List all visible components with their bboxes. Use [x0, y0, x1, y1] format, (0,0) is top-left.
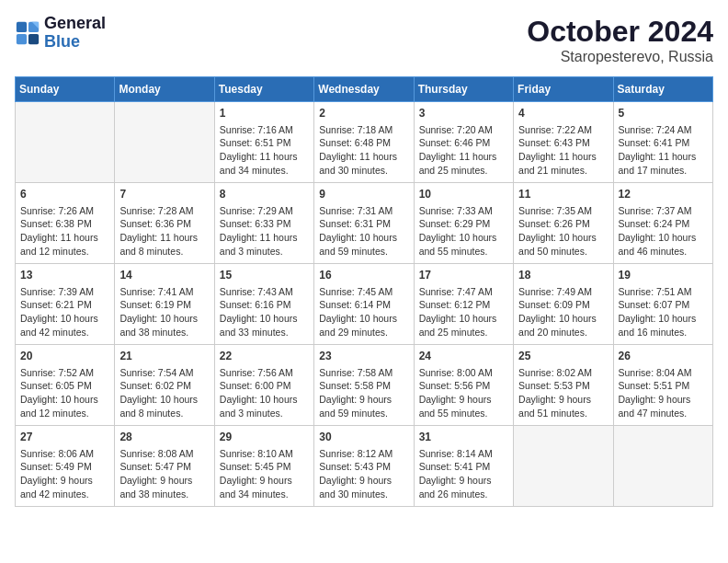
daylight-text: Daylight: 10 hours and 46 minutes. [619, 231, 708, 258]
daylight-text: Daylight: 10 hours and 33 minutes. [220, 312, 309, 339]
logo-text: General Blue [44, 15, 106, 52]
daylight-text: Daylight: 10 hours and 8 minutes. [119, 393, 209, 419]
sunset-text: Sunset: 5:58 PM [319, 379, 408, 393]
sunrise-text: Sunrise: 7:39 AM [20, 285, 109, 299]
calendar-cell: 24Sunrise: 8:00 AMSunset: 5:56 PMDayligh… [414, 345, 513, 426]
sunset-text: Sunset: 6:21 PM [20, 298, 109, 312]
sunrise-text: Sunrise: 7:33 AM [419, 204, 508, 218]
sunrise-text: Sunrise: 7:45 AM [319, 285, 408, 299]
calendar-cell: 10Sunrise: 7:33 AMSunset: 6:29 PMDayligh… [414, 183, 513, 264]
sunrise-text: Sunrise: 8:04 AM [619, 366, 708, 380]
week-row-1: 1Sunrise: 7:16 AMSunset: 6:51 PMDaylight… [16, 102, 713, 183]
daylight-text: Daylight: 9 hours and 42 minutes. [20, 474, 109, 500]
sunrise-text: Sunrise: 7:37 AM [619, 204, 708, 218]
day-number: 21 [119, 349, 209, 364]
page-header: General Blue October 2024 Staropesterevo… [15, 15, 713, 65]
daylight-text: Daylight: 9 hours and 51 minutes. [518, 393, 608, 419]
sunset-text: Sunset: 6:12 PM [419, 298, 508, 312]
calendar-cell: 13Sunrise: 7:39 AMSunset: 6:21 PMDayligh… [16, 264, 115, 345]
sunset-text: Sunset: 6:48 PM [319, 136, 408, 150]
calendar-cell: 31Sunrise: 8:14 AMSunset: 5:41 PMDayligh… [414, 426, 513, 507]
daylight-text: Daylight: 11 hours and 34 minutes. [220, 150, 309, 177]
sunrise-text: Sunrise: 8:14 AM [419, 447, 508, 461]
day-number: 29 [220, 430, 309, 445]
day-number: 5 [619, 106, 708, 121]
sunset-text: Sunset: 5:51 PM [619, 379, 708, 393]
week-row-4: 20Sunrise: 7:52 AMSunset: 6:05 PMDayligh… [16, 345, 713, 426]
sunrise-text: Sunrise: 7:43 AM [220, 285, 309, 299]
logo-icon [15, 20, 40, 46]
svg-rect-0 [17, 22, 27, 32]
sunset-text: Sunset: 5:43 PM [319, 460, 408, 474]
sunrise-text: Sunrise: 7:41 AM [119, 285, 209, 299]
calendar-cell: 27Sunrise: 8:06 AMSunset: 5:49 PMDayligh… [16, 426, 115, 507]
title-block: October 2024 Staropesterevo, Russia [527, 15, 713, 65]
sunrise-text: Sunrise: 7:47 AM [419, 285, 508, 299]
day-header-tuesday: Tuesday [214, 77, 313, 102]
sunrise-text: Sunrise: 7:22 AM [518, 123, 608, 137]
day-number: 23 [319, 349, 408, 364]
svg-rect-2 [17, 34, 27, 44]
sunrise-text: Sunrise: 7:28 AM [119, 204, 209, 218]
calendar-cell: 9Sunrise: 7:31 AMSunset: 6:31 PMDaylight… [314, 183, 414, 264]
sunset-text: Sunset: 5:45 PM [220, 460, 309, 474]
daylight-text: Daylight: 10 hours and 50 minutes. [518, 231, 608, 258]
sunset-text: Sunset: 6:29 PM [419, 217, 508, 231]
week-row-5: 27Sunrise: 8:06 AMSunset: 5:49 PMDayligh… [16, 426, 713, 507]
day-number: 11 [518, 187, 608, 202]
sunrise-text: Sunrise: 7:52 AM [20, 366, 109, 380]
calendar-cell: 14Sunrise: 7:41 AMSunset: 6:19 PMDayligh… [115, 264, 214, 345]
sunset-text: Sunset: 6:46 PM [419, 136, 508, 150]
daylight-text: Daylight: 11 hours and 30 minutes. [319, 150, 408, 177]
daylight-text: Daylight: 10 hours and 59 minutes. [319, 231, 408, 258]
sunset-text: Sunset: 6:24 PM [619, 217, 708, 231]
sunset-text: Sunset: 6:14 PM [319, 298, 408, 312]
calendar-cell: 23Sunrise: 7:58 AMSunset: 5:58 PMDayligh… [314, 345, 414, 426]
sunset-text: Sunset: 6:09 PM [518, 298, 608, 312]
sunrise-text: Sunrise: 7:24 AM [619, 123, 708, 137]
daylight-text: Daylight: 11 hours and 12 minutes. [20, 231, 109, 258]
logo-line2: Blue [44, 33, 106, 52]
calendar-cell: 21Sunrise: 7:54 AMSunset: 6:02 PMDayligh… [115, 345, 214, 426]
sunset-text: Sunset: 6:36 PM [119, 217, 209, 231]
day-number: 15 [220, 268, 309, 283]
daylight-text: Daylight: 11 hours and 17 minutes. [619, 150, 708, 177]
svg-rect-3 [28, 34, 39, 44]
sunrise-text: Sunrise: 7:16 AM [220, 123, 309, 137]
day-number: 31 [419, 430, 508, 445]
sunset-text: Sunset: 6:38 PM [20, 217, 109, 231]
sunrise-text: Sunrise: 7:54 AM [119, 366, 209, 380]
daylight-text: Daylight: 10 hours and 38 minutes. [119, 312, 209, 339]
day-number: 18 [518, 268, 608, 283]
day-number: 9 [319, 187, 408, 202]
calendar-cell [115, 102, 214, 183]
day-header-wednesday: Wednesday [314, 77, 414, 102]
calendar-cell: 2Sunrise: 7:18 AMSunset: 6:48 PMDaylight… [314, 102, 414, 183]
sunset-text: Sunset: 6:02 PM [119, 379, 209, 393]
calendar-subtitle: Staropesterevo, Russia [527, 49, 713, 65]
sunset-text: Sunset: 5:49 PM [20, 460, 109, 474]
daylight-text: Daylight: 10 hours and 29 minutes. [319, 312, 408, 339]
day-header-saturday: Saturday [613, 77, 712, 102]
day-header-sunday: Sunday [16, 77, 115, 102]
calendar-cell [514, 426, 613, 507]
sunrise-text: Sunrise: 8:08 AM [119, 447, 209, 461]
sunrise-text: Sunrise: 8:00 AM [419, 366, 508, 380]
calendar-cell: 7Sunrise: 7:28 AMSunset: 6:36 PMDaylight… [115, 183, 214, 264]
sunrise-text: Sunrise: 8:12 AM [319, 447, 408, 461]
day-number: 7 [119, 187, 209, 202]
calendar-cell: 5Sunrise: 7:24 AMSunset: 6:41 PMDaylight… [613, 102, 712, 183]
daylight-text: Daylight: 10 hours and 16 minutes. [619, 312, 708, 339]
sunrise-text: Sunrise: 7:49 AM [518, 285, 608, 299]
calendar-cell: 28Sunrise: 8:08 AMSunset: 5:47 PMDayligh… [115, 426, 214, 507]
day-number: 26 [619, 349, 708, 364]
sunset-text: Sunset: 5:53 PM [518, 379, 608, 393]
calendar-cell: 19Sunrise: 7:51 AMSunset: 6:07 PMDayligh… [613, 264, 712, 345]
calendar-cell: 15Sunrise: 7:43 AMSunset: 6:16 PMDayligh… [214, 264, 313, 345]
daylight-text: Daylight: 10 hours and 12 minutes. [20, 393, 109, 419]
sunrise-text: Sunrise: 7:31 AM [319, 204, 408, 218]
calendar-cell: 16Sunrise: 7:45 AMSunset: 6:14 PMDayligh… [314, 264, 414, 345]
daylight-text: Daylight: 9 hours and 26 minutes. [419, 474, 508, 500]
calendar-cell: 29Sunrise: 8:10 AMSunset: 5:45 PMDayligh… [214, 426, 313, 507]
calendar-cell: 3Sunrise: 7:20 AMSunset: 6:46 PMDaylight… [414, 102, 513, 183]
